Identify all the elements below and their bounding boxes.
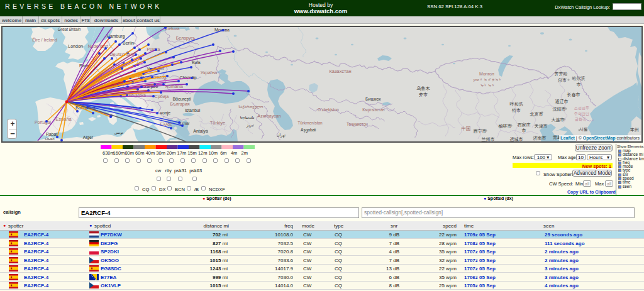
svg-text:齐齐哈: 齐齐哈 (555, 72, 568, 77)
svg-text:Berlin: Berlin (123, 41, 134, 45)
svg-text:تبريز: تبريز (246, 123, 254, 128)
svg-text:运城市: 运城市 (510, 136, 523, 141)
svg-text:Türkiye: Türkiye (210, 120, 226, 126)
svg-text:齐市: 齐市 (419, 92, 428, 97)
svg-text:市: 市 (577, 82, 581, 87)
svg-text:北京市: 北京市 (530, 111, 543, 117)
svg-text:济南市: 济南市 (533, 135, 547, 141)
svg-text:Éire / Ireland: Éire / Ireland (32, 37, 57, 42)
svg-text:Србија: Србија (155, 94, 169, 99)
svg-text:Оъял: Оъял (45, 137, 55, 141)
svg-text:石家庄: 石家庄 (518, 123, 531, 128)
svg-text:копје: копје (160, 111, 170, 116)
svg-text:哈尔滨: 哈尔滨 (572, 75, 586, 81)
svg-text:沈阳市: 沈阳市 (553, 106, 566, 112)
svg-text:улс ᠮᠣᠩᠭᠣᠯ: улс ᠮᠣᠩᠭᠣᠯ (473, 78, 502, 82)
svg-text:Lietuva: Lietuva (165, 27, 180, 31)
svg-text:本州: 本州 (630, 128, 639, 132)
svg-text:España: España (55, 116, 72, 122)
svg-text:O'zbekiston: O'zbekiston (318, 107, 339, 112)
svg-text:中国: 中国 (462, 126, 471, 131)
svg-text:Казахстан: Казахстан (329, 69, 351, 74)
svg-text:特市: 特市 (512, 107, 521, 113)
svg-text:Great Britain: Great Britain (58, 27, 81, 31)
svg-text:조선민주: 조선민주 (574, 106, 589, 110)
svg-text:Türkmenistan: Türkmenistan (297, 121, 323, 125)
svg-text:Бишкек: Бишкек (365, 97, 381, 101)
svg-text:通辽市: 通辽市 (555, 99, 569, 104)
svg-text:尔市: 尔市 (557, 77, 567, 82)
svg-text:天津市: 天津市 (535, 123, 548, 129)
svg-text:تونس: تونس (114, 131, 123, 135)
svg-text:Portugal: Portugal (35, 120, 52, 125)
svg-text:London: London (68, 44, 82, 48)
svg-text:Кыргызстан: Кыргызстан (362, 107, 385, 113)
svg-text:Երևան: Երևան (240, 116, 255, 119)
svg-text:Alger: Alger (83, 135, 94, 140)
svg-text:Aşgabat: Aşgabat (301, 128, 316, 133)
svg-text:乌鲁木: 乌鲁木 (417, 86, 430, 91)
svg-text:Москва: Москва (214, 28, 230, 32)
svg-text:Istanbul: Istanbul (185, 108, 201, 113)
svg-text:榆林市: 榆林市 (499, 123, 512, 128)
svg-text:Antalya: Antalya (193, 129, 208, 134)
svg-text:大连市: 大连市 (552, 117, 565, 123)
svg-text:呼和浩: 呼和浩 (510, 102, 524, 107)
svg-text:서울: 서울 (579, 127, 588, 131)
svg-text:България: България (170, 102, 190, 107)
svg-text:საქართველო: საქართველო (238, 105, 263, 109)
svg-text:Україна: Україна (201, 70, 218, 75)
svg-text:Монгол: Монгол (479, 72, 494, 76)
svg-text:长春市: 长春市 (567, 92, 580, 97)
svg-text:Беларусь: Беларусь (176, 36, 196, 41)
svg-text:تهران: تهران (277, 133, 286, 138)
svg-text:București: București (172, 97, 191, 102)
svg-text:Azərbaycan: Azərbaycan (258, 114, 281, 119)
svg-text:西宁市: 西宁市 (474, 128, 487, 134)
svg-text:ᠤᠯᠤᠰ: ᠤᠯᠤᠰ (480, 84, 496, 87)
svg-text:市: 市 (522, 128, 526, 133)
svg-text:주의인민: 주의인민 (574, 112, 589, 116)
svg-text:兰州市: 兰州市 (482, 136, 495, 141)
svg-text:Тоҷикистон: Тоҷикистон (347, 122, 368, 126)
svg-text:Rabat: Rabat (46, 132, 58, 136)
svg-text:공화국: 공화국 (575, 118, 586, 122)
